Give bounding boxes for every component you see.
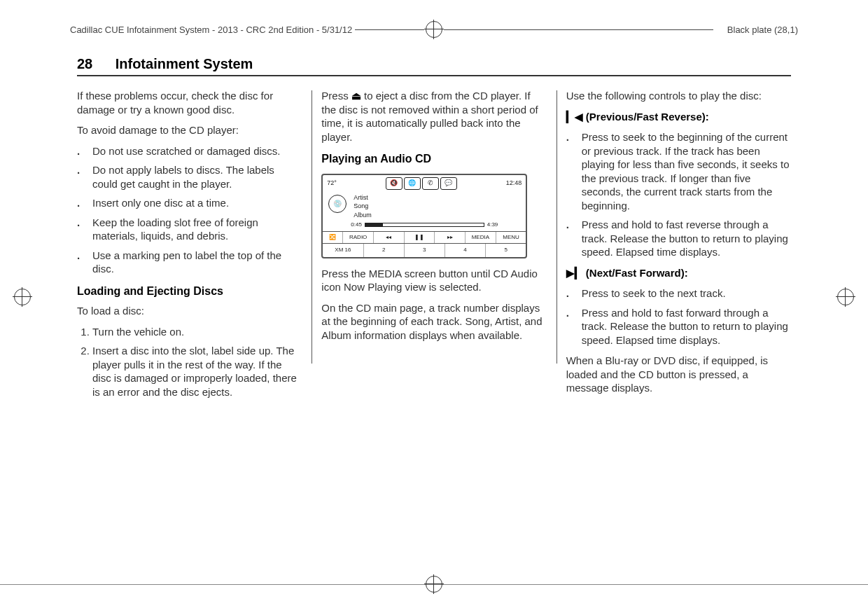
fig-album: Album — [354, 211, 372, 220]
fig-favorites-row: XM 16 2 3 4 5 — [323, 243, 526, 256]
fig-buttons-row: 🔀 RADIO ◂◂ ❚❚ ▸▸ MEDIA MENU — [323, 231, 526, 243]
list-item: .Press and hold to fast reverse through … — [566, 218, 791, 259]
pause-icon: ❚❚ — [405, 232, 435, 243]
para: Use the following controls to play the d… — [566, 89, 791, 103]
fig-fav: 3 — [404, 244, 444, 256]
list-item: Insert a disc into the slot, label side … — [92, 344, 302, 399]
cd-screen-figure: 72° 🔇 🌐 ✆ 💬 12:48 💿 Artist So — [321, 174, 527, 258]
phone-icon: ✆ — [422, 177, 439, 190]
control-heading: ▎◀ (Previous/Fast Reverse): — [566, 110, 791, 124]
prev-icon: ◂◂ — [374, 232, 405, 243]
registration-mark-icon — [13, 287, 32, 307]
fig-btn: MENU — [496, 232, 526, 243]
eject-icon: ⏏ — [351, 90, 361, 102]
column-1: If these problems occur, check the disc … — [77, 89, 312, 406]
fig-elapsed: 0:45 — [351, 221, 362, 228]
para: Press ⏏ to eject a disc from the CD play… — [321, 89, 546, 144]
column-3: Use the following controls to play the d… — [556, 89, 791, 406]
para: To load a disc: — [77, 304, 302, 318]
mute-icon: 🔇 — [386, 177, 402, 190]
seek-prev-icon: ▎◀ — [566, 111, 583, 123]
para: Press the MEDIA screen button until CD A… — [321, 267, 546, 294]
doc-title: Cadillac CUE Infotainment System - 2013 … — [70, 25, 352, 35]
seek-next-icon: ▶▎ — [566, 267, 583, 279]
column-2: Press ⏏ to eject a disc from the CD play… — [312, 89, 556, 406]
bullet-list: .Press to seek to the next track. .Press… — [566, 286, 791, 347]
page-header: 28 Infotainment System — [77, 56, 791, 76]
globe-icon: 🌐 — [404, 177, 421, 190]
list-item: .Press to seek to the beginning of the c… — [566, 130, 791, 212]
para: To avoid damage to the CD player: — [77, 123, 302, 137]
progress-bar — [365, 223, 484, 227]
control-heading: ▶▎ (Next/Fast Forward): — [566, 266, 791, 280]
next-icon: ▸▸ — [435, 232, 465, 243]
list-item: .Press and hold to fast forward through … — [566, 306, 791, 347]
para: When a Blu-ray or DVD disc, if equipped,… — [566, 354, 791, 395]
fig-fav: 4 — [444, 244, 485, 256]
page-number: 28 — [77, 56, 92, 71]
voice-icon: 💬 — [440, 177, 457, 190]
para: On the CD main page, a track number disp… — [321, 301, 546, 343]
bullet-list: .Press to seek to the beginning of the c… — [566, 130, 791, 259]
production-header: Cadillac CUE Infotainment System - 2013 … — [70, 20, 798, 39]
subheading: Loading and Ejecting Discs — [77, 284, 302, 299]
fig-btn: MEDIA — [465, 232, 496, 243]
registration-mark-icon — [424, 574, 444, 594]
subheading: Playing an Audio CD — [321, 152, 546, 167]
fig-fav: 2 — [363, 244, 404, 256]
fig-total: 4:39 — [487, 221, 498, 228]
fig-artist: Artist — [354, 193, 372, 202]
list-item: Turn the vehicle on. — [92, 325, 302, 339]
shuffle-icon: 🔀 — [329, 234, 336, 240]
disc-icon: 💿 — [328, 195, 346, 213]
fig-btn: RADIO — [343, 232, 374, 243]
list-item: .Do not apply labels to discs. The label… — [77, 163, 302, 191]
fig-temp: 72° — [327, 179, 337, 188]
registration-mark-icon — [836, 287, 855, 307]
para: If these problems occur, check the disc … — [77, 89, 302, 116]
fig-time: 12:48 — [506, 179, 522, 188]
list-item: .Use a marking pen to label the top of t… — [77, 249, 302, 276]
list-item: .Insert only one disc at a time. — [77, 196, 302, 210]
list-item: .Keep the loading slot free of foreign m… — [77, 216, 302, 243]
registration-mark-icon — [424, 20, 444, 39]
fig-fav: 5 — [485, 244, 526, 256]
list-item: .Do not use scratched or damaged discs. — [77, 144, 302, 158]
fig-song: Song — [354, 202, 372, 211]
plate-info: Black plate (28,1) — [727, 25, 798, 35]
bullet-list: .Do not use scratched or damaged discs. … — [77, 144, 302, 276]
page-title: Infotainment System — [115, 56, 253, 71]
numbered-list: Turn the vehicle on. Insert a disc into … — [77, 325, 302, 399]
list-item: .Press to seek to the next track. — [566, 286, 791, 300]
fig-fav: XM 16 — [323, 244, 363, 256]
page-body: 28 Infotainment System If these problems… — [77, 56, 791, 406]
